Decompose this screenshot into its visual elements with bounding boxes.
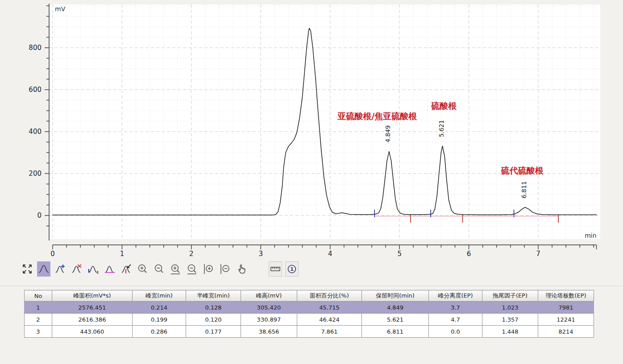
peak-name-label: 亚硫酸根/焦亚硫酸根 [337,111,417,121]
table-cell[interactable]: 8214 [538,326,594,338]
column-header[interactable]: 峰分离度(EP) [429,290,482,302]
retention-time-label: 4.849 [384,125,391,143]
zoom-out-icon [154,263,165,275]
y-axis-unit: mV [55,5,66,12]
table-cell[interactable]: 1.448 [482,326,538,338]
table-cell[interactable]: 443.060 [52,326,133,338]
column-header[interactable]: 保留时间(min) [362,290,429,302]
table-cell[interactable]: 2 [25,314,52,326]
table-cell[interactable]: 45.715 [297,302,362,314]
column-header[interactable]: 面积百分比(%) [297,290,362,302]
table-cell[interactable]: 2616.386 [52,314,133,326]
split-peak-icon [120,263,132,275]
x-tick-label: 5 [397,250,402,258]
table-cell[interactable]: 305.420 [241,302,297,314]
zoom-y-in-button[interactable] [202,261,216,277]
table-row[interactable]: 3443.0600.2860.17738.6567.8616.8110.01.4… [25,326,594,338]
measure-ruler-icon [270,263,281,275]
x-tick-label: 7 [536,250,540,258]
table-header-row: No峰面积(mV*s)峰宽(min)半峰宽(min)峰高(mV)面积百分比(%)… [25,290,594,302]
table-cell[interactable]: 3 [25,326,52,338]
add-peak-button[interactable] [54,261,67,277]
x-tick-label: 3 [259,250,263,258]
table-cell[interactable]: 1.357 [482,314,538,326]
table-cell[interactable]: 1.023 [482,302,538,314]
zoom-x-in-button[interactable] [169,261,183,277]
set-peak-limits-icon [87,263,99,275]
table-cell[interactable]: 3.7 [429,302,482,314]
chromatogram-plot[interactable]: 0200400600800mV01234567min亚硫酸根/焦亚硫酸根4.84… [0,0,623,259]
zoom-x-in-icon [170,263,182,275]
set-baseline-icon [104,263,116,275]
fit-view-button[interactable] [21,261,34,277]
table-row[interactable]: 22616.3860.1990.120330.89746.4245.6214.7… [25,314,594,326]
peak-name-label: 硫酸根 [431,101,457,111]
chart-toolbar: 1 [21,261,302,277]
peak-results-table[interactable]: No峰面积(mV*s)峰宽(min)半峰宽(min)峰高(mV)面积百分比(%)… [24,290,594,338]
integrate-peak-button[interactable] [37,261,50,277]
table-cell[interactable]: 7981 [538,302,594,314]
column-header[interactable]: 峰高(mV) [241,290,297,302]
table-row[interactable]: 12576.4510.2140.128305.42045.7154.8493.7… [25,302,594,314]
zoom-in-button[interactable] [136,261,150,277]
column-header[interactable]: 半峰宽(min) [186,290,241,302]
set-peak-limits-button[interactable] [87,261,100,277]
table-cell[interactable]: 46.424 [297,314,362,326]
table-cell[interactable]: 0.0 [429,326,482,338]
plot-background [49,4,600,239]
add-peak-icon [54,263,66,275]
delete-peak-icon [71,263,83,275]
table-cell[interactable]: 1 [25,302,52,314]
column-header[interactable]: 峰面积(mV*s) [52,290,133,302]
table-cell[interactable]: 5.621 [362,314,429,326]
table-cell[interactable]: 2576.451 [52,302,133,314]
y-tick-label: 400 [29,128,42,136]
pan-hand-icon [236,263,248,275]
set-baseline-button[interactable] [103,261,116,277]
delete-peak-button[interactable] [70,261,83,277]
table-cell[interactable]: 38.656 [241,326,297,338]
table-cell[interactable]: 0.120 [186,314,241,326]
column-header[interactable]: No [25,290,52,302]
column-header[interactable]: 拖尾因子(EP) [482,290,538,302]
overlay-single-icon: 1 [286,263,298,275]
zoom-y-out-icon [220,263,231,275]
table-cell[interactable]: 6.811 [362,326,429,338]
column-header[interactable]: 峰宽(min) [133,290,186,302]
x-tick-label: 4 [328,250,332,258]
table-cell[interactable]: 0.199 [133,314,186,326]
y-tick-label: 800 [29,44,42,52]
x-tick-label: 0 [50,250,55,258]
x-tick-label: 6 [467,250,471,258]
table-cell[interactable]: 0.214 [133,302,186,314]
column-header[interactable]: 理论塔板数(EP) [538,290,594,302]
y-tick-label: 200 [29,170,42,178]
chromatogram-panel[interactable]: 0200400600800mV01234567min亚硫酸根/焦亚硫酸根4.84… [0,0,623,259]
zoom-out-button[interactable] [153,261,166,277]
pan-hand-button[interactable] [235,261,249,277]
table-cell[interactable]: 7.861 [297,326,362,338]
table-cell[interactable]: 0.286 [133,326,186,338]
table-cell[interactable]: 4.849 [362,302,429,314]
y-tick-label: 0 [37,211,42,219]
zoom-y-in-icon [203,263,215,275]
retention-time-label: 6.811 [520,181,527,199]
svg-text:1: 1 [290,266,294,272]
panel-separator [0,286,623,287]
zoom-x-out-button[interactable] [186,261,199,277]
table-cell[interactable]: 0.128 [186,302,241,314]
y-tick-label: 600 [29,86,42,94]
integrate-peak-icon [38,263,50,275]
zoom-y-out-button[interactable] [219,261,232,277]
overlay-single-button[interactable]: 1 [285,261,299,277]
table-cell[interactable]: 12241 [538,314,594,326]
zoom-x-out-icon [187,263,198,275]
fit-view-icon [21,263,33,275]
table-cell[interactable]: 4.7 [429,314,482,326]
x-tick-label: 1 [120,250,125,258]
split-peak-button[interactable] [120,261,133,277]
measure-ruler-button[interactable] [269,261,282,277]
table-cell[interactable]: 0.177 [186,326,241,338]
zoom-in-icon [137,263,149,275]
table-cell[interactable]: 330.897 [241,314,297,326]
